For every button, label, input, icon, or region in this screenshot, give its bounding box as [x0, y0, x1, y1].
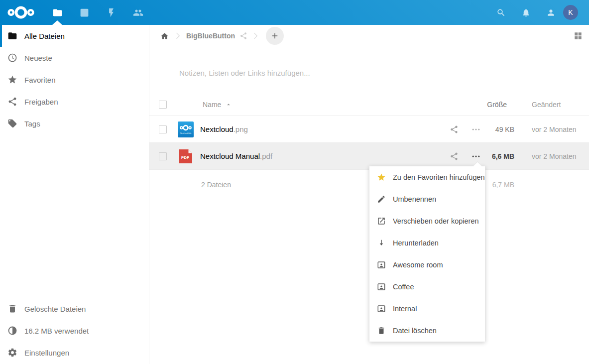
app-navigation: [44, 0, 151, 25]
file-count-label: 2 Dateien: [201, 181, 231, 189]
app-files[interactable]: [44, 0, 71, 25]
menu-item-label: Herunterladen: [393, 239, 439, 247]
file-modified: vor 2 Monaten: [514, 125, 589, 133]
sidebar-item-label: Einstellungen: [24, 349, 69, 357]
sidebar-item-label: Tags: [24, 120, 40, 128]
sort-by-size-header[interactable]: Größe: [487, 101, 514, 109]
file-size: 6,6 MB: [487, 152, 514, 160]
svg-text:Nextcloud Hub: Nextcloud Hub: [180, 132, 191, 134]
quota-icon: [7, 326, 17, 336]
photos-icon: [79, 7, 90, 18]
app-contacts[interactable]: [124, 0, 151, 25]
dots-icon: [471, 151, 481, 161]
sidebar-item-gelöschte-dateien[interactable]: Gelöschte Dateien: [0, 298, 149, 320]
file-list-header: Name Größe Geändert: [149, 94, 589, 116]
settings-icon: [7, 348, 17, 358]
dots-icon: [471, 124, 481, 134]
sidebar-item-label: 16.2 MB verwendet: [24, 327, 89, 335]
row-share-button[interactable]: [443, 145, 465, 167]
share-icon: [450, 152, 459, 161]
image-file-thumbnail: Nextcloud Hub: [178, 121, 194, 137]
sidebar-item-label: Gelöschte Dateien: [24, 305, 86, 313]
grid-icon: [574, 31, 583, 40]
select-all-checkbox[interactable]: [159, 101, 167, 109]
sidebar-item-freigaben[interactable]: Freigaben: [0, 91, 149, 113]
menu-item-label: Awesome room: [393, 261, 443, 269]
sidebar-item-alle-dateien[interactable]: Alle Dateien: [0, 25, 149, 47]
home-icon: [160, 32, 169, 40]
chevron-right-icon: [250, 31, 260, 41]
add-button[interactable]: [266, 27, 284, 45]
grid-view-toggle[interactable]: [574, 31, 583, 40]
chevron-right-icon: [173, 31, 183, 41]
menu-item-verschieben-oder-kopieren[interactable]: Verschieben oder kopieren: [369, 210, 485, 232]
star-icon: [377, 173, 386, 182]
file-size: 49 KB: [487, 125, 514, 133]
row-checkbox[interactable]: [159, 152, 167, 160]
user-avatar[interactable]: K: [563, 5, 578, 20]
menu-item-label: Verschieben oder kopieren: [393, 217, 479, 225]
folder-icon: [7, 31, 17, 41]
plus-icon: [270, 31, 279, 40]
menu-item-awesome-room[interactable]: Awesome room: [369, 254, 485, 276]
sidebar: Alle DateienNeuesteFavoritenFreigabenTag…: [0, 25, 149, 364]
pdf-file-icon: PDF: [178, 148, 194, 164]
menu-item-internal[interactable]: Internal: [369, 298, 485, 320]
svg-text:PDF: PDF: [181, 155, 189, 159]
sort-ascending-icon: [225, 101, 232, 108]
sidebar-item-label: Freigaben: [24, 98, 58, 106]
sidebar-item-favoriten[interactable]: Favoriten: [0, 69, 149, 91]
file-modified: vor 2 Monaten: [514, 152, 589, 160]
main-content: BigBlueButton Notizen, Listen oder Links…: [149, 25, 589, 364]
contacts-icon: [133, 7, 143, 18]
app-activity[interactable]: [98, 0, 124, 25]
topbar-right: K: [488, 0, 589, 25]
menu-item-label: Umbenennen: [393, 195, 436, 203]
menu-item-label: Datei löschen: [393, 327, 437, 335]
row-actions-button[interactable]: [465, 119, 487, 140]
sort-by-name-header[interactable]: Name: [178, 101, 443, 109]
menu-item-coffee[interactable]: Coffee: [369, 276, 485, 298]
sort-by-modified-header[interactable]: Geändert: [514, 101, 589, 109]
row-checkbox[interactable]: [159, 125, 167, 133]
menu-item-label: Coffee: [393, 283, 414, 291]
file-name[interactable]: Nextcloud Manual.pdf: [200, 152, 272, 160]
menu-item-datei-löschen[interactable]: Datei löschen: [369, 320, 485, 342]
room-icon: [377, 304, 386, 313]
trash-icon: [377, 326, 386, 335]
app-photos[interactable]: [71, 0, 98, 25]
file-row-nextcloud[interactable]: Nextcloud HubNextcloud.png49 KBvor 2 Mon…: [149, 116, 589, 143]
menu-item-label: Internal: [393, 305, 417, 313]
sidebar-item-einstellungen[interactable]: Einstellungen: [0, 342, 149, 364]
bell-icon: [521, 8, 531, 17]
notes-placeholder[interactable]: Notizen, Listen oder Links hinzufügen...: [179, 69, 528, 78]
menu-item-umbenennen[interactable]: Umbenennen: [369, 188, 485, 210]
sidebar-item-label: Neueste: [24, 54, 52, 62]
sidebar-item-neueste[interactable]: Neueste: [0, 47, 149, 69]
contacts-menu-button[interactable]: [538, 0, 563, 25]
name-header-label: Name: [203, 101, 221, 109]
breadcrumb-folder[interactable]: BigBlueButton: [186, 32, 235, 40]
file-actions-menu: Zu den Favoriten hinzufügenUmbenennenVer…: [369, 166, 485, 342]
notifications-button[interactable]: [513, 0, 538, 25]
file-name[interactable]: Nextcloud.png: [200, 125, 248, 133]
row-share-button[interactable]: [443, 119, 465, 140]
sidebar-item-tags[interactable]: Tags: [0, 113, 149, 134]
home-breadcrumb-button[interactable]: [157, 28, 172, 43]
clock-icon: [7, 53, 17, 63]
tag-icon: [7, 119, 17, 128]
pencil-icon: [377, 195, 386, 204]
search-button[interactable]: [488, 0, 513, 25]
activity-icon: [106, 7, 117, 18]
sidebar-footer: Gelöschte Dateien16.2 MB verwendetEinste…: [0, 298, 149, 364]
trash-icon: [7, 304, 17, 314]
menu-item-zu-den-favoriten-hinzufügen[interactable]: Zu den Favoriten hinzufügen: [369, 166, 485, 188]
share-icon: [450, 125, 459, 134]
menu-item-herunterladen[interactable]: Herunterladen: [369, 232, 485, 254]
sidebar-item-label: Alle Dateien: [24, 32, 65, 40]
room-icon: [377, 260, 386, 269]
breadcrumb-share-icon[interactable]: [239, 32, 247, 40]
sidebar-item-16-2-mb-verwendet[interactable]: 16.2 MB verwendet: [0, 320, 149, 342]
room-icon: [377, 282, 386, 291]
nextcloud-logo-icon[interactable]: [7, 4, 34, 20]
